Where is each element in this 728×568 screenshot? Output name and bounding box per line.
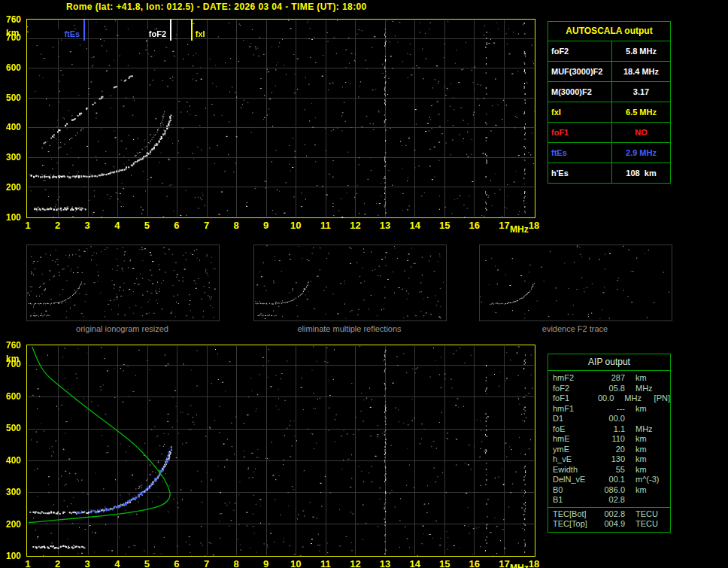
aip-row-label: Ewidth [548, 465, 599, 475]
ionogram-plot [26, 19, 535, 218]
y-tick-label: 200 [6, 519, 21, 530]
x-tick-label: 11 [318, 220, 333, 231]
table-row: h'Es108 km [548, 163, 670, 183]
aip-row-unit: m^(-3) [625, 475, 669, 485]
aip-table-rows: hmF2287kmfoF205.8MHzfoF100.0MHz[PN]hmF1-… [548, 371, 670, 507]
autoscala-window: { "title": "Rome (lat: +41.8, lon: 012.5… [0, 0, 728, 568]
table-cell-value: 6.5 MHz [612, 102, 670, 122]
aip-row-value: 004.9 [599, 519, 625, 530]
aip-row-label: DelN_vE [548, 475, 599, 485]
aip-row-label: hmF1 [548, 404, 599, 415]
aip-row-label: D1 [548, 414, 599, 424]
y-tick-label: 500 [6, 93, 21, 103]
aip-row-unit: TECU [625, 519, 669, 530]
x-tick-label: 18 [526, 220, 541, 231]
table-cell-label: h'Es [548, 163, 612, 183]
aip-row: TEC[Top]004.9TECU [548, 519, 670, 530]
x-tick-label: 5 [139, 558, 154, 568]
aip-row-unit: MHz [614, 393, 652, 404]
thumbnail-evidence-f2-trace [479, 245, 672, 321]
y-tick-label: 100 [6, 551, 21, 561]
y-tick-label: 300 [6, 487, 21, 497]
aip-row: h_vE130km [548, 454, 670, 465]
table-cell-label: M(3000)F2 [548, 82, 612, 102]
thumbnail-canvas [480, 245, 670, 319]
x-tick-label: 9 [259, 558, 274, 568]
aip-row: Ewidth55km [548, 465, 670, 475]
aip-row-label: foF2 [548, 384, 599, 394]
table-cell-label: fxI [548, 102, 612, 122]
x-tick-label: 12 [347, 220, 362, 231]
y-tick-label: 200 [6, 182, 21, 193]
table-cell-value: 3.17 [612, 82, 670, 102]
aip-row: TEC[Bot]002.8TECU [548, 509, 670, 520]
ftEs-marker-line [83, 20, 85, 41]
profile-ionogram-plot [26, 345, 535, 557]
fxI-marker-label: fxI [196, 29, 205, 38]
aip-row-value: 002.8 [599, 509, 625, 520]
x-axis-unit: MHz [510, 563, 529, 568]
aip-row-unit [625, 495, 669, 506]
x-tick-label: 16 [467, 558, 482, 568]
aip-row-label: foF1 [548, 393, 593, 404]
x-tick-label: 9 [259, 220, 274, 231]
aip-row-label: ymE [548, 445, 599, 455]
table-row: M(3000)F23.17 [548, 81, 670, 102]
y-tick-label: 100 [6, 212, 21, 223]
aip-row-extra [669, 475, 670, 485]
aip-row-unit: MHz [625, 424, 669, 435]
y-tick-label: 600 [6, 62, 21, 73]
aip-row-extra [669, 509, 670, 520]
aip-row-extra [669, 414, 670, 424]
aip-row-extra [669, 445, 670, 455]
aip-row-extra [669, 495, 670, 506]
table-row: MUF(3000)F218.4 MHz [548, 61, 670, 81]
y-tick-label: 760 [6, 340, 21, 351]
aip-row-label: TEC[Bot] [548, 509, 599, 520]
aip-row-label: h_vE [548, 454, 599, 465]
x-tick-label: 2 [50, 220, 65, 231]
x-tick-label: 1 [20, 558, 35, 568]
aip-table-tec-rows: TEC[Bot]002.8TECUTEC[Top]004.9TECU [548, 507, 670, 532]
y-axis-unit: km [6, 354, 19, 364]
thumbnail-eliminate-reflections [253, 245, 447, 321]
aip-row-value: 02.8 [599, 495, 625, 506]
aip-row-unit: km [625, 485, 669, 496]
ionogram-canvas [27, 20, 535, 217]
aip-row-value: 00.1 [599, 475, 625, 485]
thumbnail-caption: evidence F2 trace [479, 324, 671, 333]
aip-row-extra [669, 384, 670, 394]
x-tick-label: 1 [20, 220, 35, 231]
aip-output-table: AIP output hmF2287kmfoF205.8MHzfoF100.0M… [548, 354, 671, 533]
aip-row-value: 00.0 [593, 393, 614, 404]
y-tick-label: 760 [6, 14, 21, 25]
x-tick-label: 12 [347, 558, 362, 568]
aip-row-value: 55 [599, 465, 625, 475]
aip-row-unit: km [625, 465, 669, 475]
aip-row-value: 287 [599, 373, 625, 384]
x-tick-label: 7 [199, 558, 214, 568]
aip-row-extra [669, 485, 670, 496]
aip-row: foF100.0MHz[PN] [548, 393, 670, 404]
aip-row-extra [669, 434, 670, 445]
foF2-marker-label: foF2 [124, 29, 166, 38]
aip-row-unit: km [625, 434, 669, 445]
aip-row: DelN_vE00.1m^(-3) [548, 475, 670, 485]
x-tick-label: 16 [467, 220, 482, 231]
table-cell-label: foF2 [548, 41, 612, 61]
aip-row-label: hmF2 [548, 373, 599, 384]
aip-row-value: 110 [599, 434, 625, 445]
thumbnail-caption: eliminate multiple reflections [253, 324, 445, 333]
aip-row-value: --- [599, 404, 625, 415]
table-row: foF25.8 MHz [548, 41, 670, 61]
table-cell-value: 18.4 MHz [612, 62, 670, 81]
aip-row-extra [669, 404, 670, 415]
aip-row-value: 086.0 [599, 485, 625, 496]
aip-row: foE1.1MHz [548, 424, 670, 435]
thumbnail-original-ionogram [26, 245, 220, 321]
aip-row-extra [669, 424, 670, 435]
aip-row: D100.0 [548, 414, 670, 424]
aip-row-label: hmE [548, 434, 599, 445]
aip-row-unit: km [625, 404, 669, 415]
aip-row: hmF2287km [548, 373, 670, 384]
